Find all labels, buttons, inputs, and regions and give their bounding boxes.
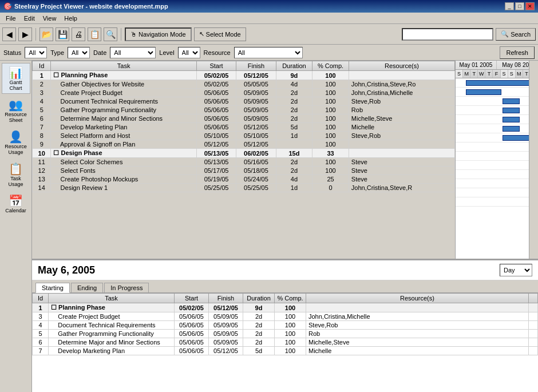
gantt-day-t2: T xyxy=(485,70,493,78)
bottom-table-row[interactable]: 1 ☐ Planning Phase 05/02/05 05/12/05 9d … xyxy=(33,303,538,312)
bt-col-resource: Resource(s) xyxy=(306,294,529,303)
cell-id: 5 xyxy=(33,106,51,114)
type-label: Type xyxy=(50,49,64,56)
gantt-bar xyxy=(466,80,538,86)
refresh-button[interactable]: Refresh xyxy=(500,46,535,59)
table-row[interactable]: 5 Gather Programming Functionality 05/06… xyxy=(33,106,455,114)
cell-pcomp: 100 xyxy=(312,140,349,149)
task-table-container: Id Task Start Finish Duration % Comp. Re… xyxy=(32,61,456,259)
sidebar-item-gantt-chart[interactable]: 📊 GanttChart xyxy=(2,63,30,94)
bt-col-pcomp: % Comp. xyxy=(275,294,306,303)
table-row[interactable]: 9 Approval & Signoff on Plan 05/12/05 05… xyxy=(33,140,455,149)
date-select[interactable]: All xyxy=(110,47,156,58)
menu-edit[interactable]: Edit xyxy=(21,14,38,22)
gantt-bar xyxy=(503,126,520,132)
bt-cell-resource: Steve,Rob xyxy=(306,321,529,330)
sidebar-item-resource-sheet[interactable]: 👥 ResourceSheet xyxy=(2,95,30,126)
gantt-day-w1: W xyxy=(478,70,485,78)
bt-cell-duration: 9d xyxy=(243,303,275,312)
bt-cell-pad xyxy=(529,347,538,355)
close-button[interactable]: ✕ xyxy=(525,2,535,10)
navigation-mode-button[interactable]: 🖱 Navigation Mode xyxy=(125,27,192,41)
minimize-button[interactable]: _ xyxy=(505,2,514,10)
gantt-row-divider xyxy=(456,160,538,161)
table-row[interactable]: 13 Create Photoshop Mockups 05/19/05 05/… xyxy=(33,175,455,184)
bt-cell-task: Determine Major and Minor Sections xyxy=(49,338,175,347)
table-row[interactable]: 2 Gather Objectives for Website 05/02/05… xyxy=(33,80,455,89)
bottom-table-row[interactable]: 7 Develop Marketing Plan 05/06/05 05/12/… xyxy=(33,347,538,355)
cell-duration: 2d xyxy=(276,97,312,106)
resource-select[interactable]: All xyxy=(234,47,303,58)
forward-button[interactable]: ▶ xyxy=(18,27,32,41)
find-button[interactable]: 🔍 xyxy=(104,27,117,41)
search-input[interactable] xyxy=(402,28,493,41)
table-row[interactable]: 3 Create Project Budget 05/06/05 05/09/0… xyxy=(33,89,455,97)
menu-help[interactable]: Help xyxy=(61,14,81,22)
bt-cell-duration: 2d xyxy=(243,338,275,347)
gantt-header: May 01 2005 May 08 200 S M T W T F S S M… xyxy=(456,61,538,78)
bottom-table-row[interactable]: 5 Gather Programming Functionality 05/06… xyxy=(33,330,538,338)
resource-usage-icon: 👤 xyxy=(9,130,23,144)
cell-duration: 2d xyxy=(276,167,312,175)
bottom-table-row[interactable]: 6 Determine Major and Minor Sections 05/… xyxy=(33,338,538,347)
bt-cell-id: 4 xyxy=(33,321,49,330)
copy-button[interactable]: 📋 xyxy=(88,27,101,41)
maximize-button[interactable]: □ xyxy=(515,2,524,10)
table-row[interactable]: 6 Determine Major and Minor Sections 05/… xyxy=(33,114,455,123)
cell-id: 12 xyxy=(33,167,51,175)
tab-ending[interactable]: Ending xyxy=(71,283,103,292)
cell-id: 14 xyxy=(33,184,51,192)
day-select[interactable]: Day Week Month xyxy=(500,264,532,276)
sidebar-item-task-usage[interactable]: 📋 TaskUsage xyxy=(2,159,30,190)
table-row[interactable]: 4 Document Technical Requirements 05/06/… xyxy=(33,97,455,106)
table-row[interactable]: 1 ☐ Planning Phase 05/02/05 05/12/05 9d … xyxy=(33,71,455,80)
table-row[interactable]: 14 Design Review 1 05/25/05 05/25/05 1d … xyxy=(33,184,455,192)
table-row[interactable]: 8 Select Platform and Host 05/10/05 05/1… xyxy=(33,132,455,140)
print-button[interactable]: 🖨 xyxy=(72,27,85,41)
sidebar-item-calendar[interactable]: 📅 Calendar xyxy=(2,191,30,216)
cell-id: 1 xyxy=(33,71,51,80)
bt-cell-start: 05/06/05 xyxy=(175,312,209,321)
cell-start: 05/25/05 xyxy=(196,184,236,192)
menu-view[interactable]: View xyxy=(39,14,60,22)
table-row[interactable]: 12 Select Fonts 05/17/05 05/18/05 2d 100… xyxy=(33,167,455,175)
cell-start: 05/17/05 xyxy=(196,167,236,175)
cell-finish: 05/09/05 xyxy=(236,106,276,114)
gantt-day-m1: M xyxy=(463,70,470,78)
bottom-table-row[interactable]: 3 Create Project Budget 05/06/05 05/09/0… xyxy=(33,312,538,321)
tab-starting[interactable]: Starting xyxy=(35,283,70,293)
cell-id: 3 xyxy=(33,89,51,97)
sidebar-item-resource-usage[interactable]: 👤 ResourceUsage xyxy=(2,127,30,158)
gantt-row-divider xyxy=(456,96,538,97)
cell-id: 2 xyxy=(33,80,51,89)
search-button[interactable]: 🔍 Search xyxy=(496,28,536,41)
level-select[interactable]: All xyxy=(178,47,200,58)
bottom-table-row[interactable]: 4 Document Technical Requirements 05/06/… xyxy=(33,321,538,330)
top-section: Id Task Start Finish Duration % Comp. Re… xyxy=(32,61,538,260)
gantt-bar xyxy=(503,108,520,113)
cell-id: 6 xyxy=(33,114,51,123)
bt-cell-task: Create Project Budget xyxy=(49,312,175,321)
bt-col-duration: Duration xyxy=(243,294,275,303)
gantt-vscrollbar[interactable] xyxy=(529,61,538,259)
bt-cell-task: ☐ Planning Phase xyxy=(49,303,175,312)
tab-in-progress[interactable]: In Progress xyxy=(104,283,149,292)
table-row[interactable]: 10 ☐ Design Phase 05/13/05 06/02/05 15d … xyxy=(33,149,455,158)
cell-finish: 05/24/05 xyxy=(236,175,276,184)
cell-start: 05/13/05 xyxy=(196,149,236,158)
select-mode-button[interactable]: ↖ Select Mode xyxy=(194,27,246,41)
menu-bar: File Edit View Help xyxy=(0,13,538,24)
table-row[interactable]: 11 Select Color Schemes 05/13/05 05/16/0… xyxy=(33,158,455,167)
bt-col-task: Task xyxy=(49,294,175,303)
table-row[interactable]: 7 Develop Marketing Plan 05/06/05 05/12/… xyxy=(33,123,455,132)
back-button[interactable]: ◀ xyxy=(2,27,16,41)
bt-cell-pcomp: 100 xyxy=(275,303,306,312)
save-button[interactable]: 💾 xyxy=(56,27,69,41)
title-bar-controls: _ □ ✕ xyxy=(505,2,535,10)
menu-file[interactable]: File xyxy=(2,14,19,22)
sidebar-gantt-label: GanttChart xyxy=(9,80,22,91)
cell-finish: 06/02/05 xyxy=(236,149,276,158)
open-button[interactable]: 📂 xyxy=(39,27,53,41)
type-select[interactable]: All xyxy=(68,47,90,58)
status-select[interactable]: All xyxy=(25,47,47,58)
